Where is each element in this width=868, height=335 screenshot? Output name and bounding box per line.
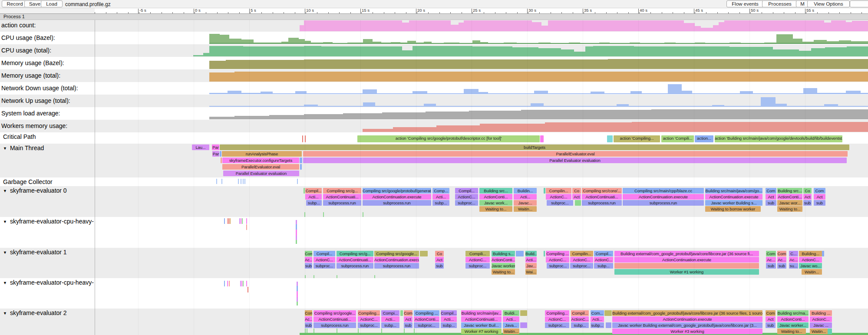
trace-event-bar[interactable]: Worker #7 working [461,328,502,334]
trace-event-bar[interactable]: Building src/main/jav... [461,310,502,316]
trace-event-bar[interactable]: Waiting to... [479,206,512,212]
trace-event-bar[interactable] [400,310,403,316]
trace-event-mark[interactable] [227,218,228,224]
trace-event-bar[interactable]: ActionC... [465,257,490,263]
record-button[interactable]: Record [2,0,28,7]
trace-event-bar[interactable]: Javac wo... [799,263,822,269]
trace-event-bar[interactable] [305,135,306,142]
trace-event-bar[interactable]: sub [766,322,776,328]
trace-event-bar[interactable]: ActionConti... [777,316,809,322]
thread-track-skyframe-evaluator-cpu-heavy-1[interactable] [95,217,868,248]
counter-chart-cpu-total[interactable] [95,44,868,57]
trace-event-bar[interactable]: Building src/main/java/com/go... [705,188,762,194]
trace-event-bar[interactable]: Act [572,194,581,200]
trace-event-bar[interactable]: C... [789,251,798,256]
trace-event-bar[interactable]: subp... [571,322,589,328]
trace-event-bar[interactable]: Ac... [305,257,312,263]
trace-event-bar[interactable]: Act [766,194,776,200]
trace-event-bar[interactable]: Javac ... [810,322,832,328]
trace-event-bar[interactable]: Waiting to... [777,328,806,334]
trace-event-bar[interactable] [575,200,581,206]
trace-event-bar[interactable]: action... [695,135,713,142]
trace-event-bar[interactable]: ActionC... [546,194,571,200]
trace-event-mark[interactable] [238,179,239,184]
trace-event-bar[interactable]: Parallel Evaluator evaluation [303,158,847,163]
thread-track-skyframe-evaluator-cpu-heavy-2[interactable] [95,278,868,309]
trace-event-bar[interactable]: buildTargets [220,145,849,150]
trace-event-bar[interactable]: subprocess.run [363,200,431,206]
trace-event-bar[interactable]: Compiling src/core/... [582,188,622,194]
trace-event-bar[interactable]: ActionContinuation.execute [612,316,762,322]
trace-event-mark[interactable] [337,275,337,278]
trace-event-bar[interactable]: sub [404,322,413,328]
expander-icon[interactable]: ▼ [3,146,7,151]
thread-label-skyframe-evaluator-1[interactable]: ▼skyframe-evaluator 1 [3,249,67,256]
trace-event-mark[interactable] [297,282,298,286]
trace-event-mark[interactable] [323,212,324,217]
trace-event-bar[interactable]: subp... [591,322,604,328]
trace-event-bar[interactable]: ActionContinuation.execute [374,257,419,263]
trace-event-mark[interactable] [297,179,298,184]
trace-event-bar[interactable]: Com [305,251,312,256]
trace-event-bar[interactable]: subproc... [358,322,380,328]
trace-event-mark[interactable] [248,287,248,292]
trace-event-bar[interactable]: subprocess.run [623,200,704,206]
trace-event-bar[interactable]: Com [777,251,786,256]
trace-event-bar[interactable] [516,251,524,256]
trace-event-bar[interactable]: Comp... [432,188,449,194]
thread-label-skyframe-evaluator-2[interactable]: ▼skyframe-evaluator 2 [3,309,67,316]
trace-event-bar[interactable] [520,322,527,328]
trace-event-bar[interactable]: Com [766,188,776,194]
trace-event-bar[interactable]: Building ... [810,310,832,316]
trace-event-bar[interactable]: Compili... [465,251,490,256]
trace-event-mark[interactable] [296,236,297,240]
expander-icon[interactable]: ▼ [3,311,7,315]
trace-event-bar[interactable]: ActionContinuati... [582,194,622,200]
trace-event-bar[interactable]: ActionConti... [777,194,802,200]
trace-event-mark[interactable] [241,281,242,286]
trace-event-bar[interactable]: Javac worker Buil... [461,322,502,328]
trace-event-bar[interactable]: su... [789,263,798,269]
trace-event-bar[interactable]: ActionConti... [414,316,439,322]
thread-label-skyframe-evaluator-cpu-heavy-2[interactable]: ▼skyframe-evaluator-cpu-heavy- [3,279,94,286]
process-header[interactable]: Process 1 [0,13,868,20]
trace-event-bar[interactable]: sub [777,263,786,269]
trace-event-mark[interactable] [243,281,244,286]
trace-event-bar[interactable]: Ac... [766,257,776,263]
trace-event-bar[interactable]: Wai... [525,269,537,275]
trace-event-bar[interactable]: subprocess.run [323,200,361,206]
trace-event-bar[interactable]: Waitin... [802,269,822,275]
trace-event-bar[interactable] [606,322,611,328]
trace-event-bar[interactable]: ActionC... [799,257,822,263]
trace-event-bar[interactable]: ActionConti... [492,257,515,263]
trace-event-bar[interactable]: sub [814,200,825,206]
trace-event-bar[interactable] [604,310,612,316]
thread-track-garbage-collector[interactable] [95,177,868,186]
expander-icon[interactable]: ▼ [3,281,7,285]
trace-event-bar[interactable]: Waitin... [503,328,519,334]
trace-event-bar[interactable] [544,251,545,256]
trace-event-bar[interactable]: Acti... [305,194,322,200]
trace-event-bar[interactable]: Co [435,251,444,256]
trace-event-bar[interactable]: Com [814,188,825,194]
trace-event-mark[interactable] [297,286,298,291]
trace-event-mark[interactable] [314,275,314,278]
counter-chart-net-down[interactable] [95,82,868,95]
trace-event-mark[interactable] [240,281,241,286]
thread-label-skyframe-evaluator-cpu-heavy-1[interactable]: ▼skyframe-evaluator-cpu-heavy- [3,218,94,225]
trace-event-bar[interactable] [822,251,824,256]
trace-event-bar[interactable]: subproc... [314,263,335,269]
trace-event-bar[interactable]: Com [766,310,776,316]
counter-chart-mem-bazel[interactable] [95,57,868,69]
trace-event-bar[interactable]: action 'Compiling... [614,135,660,142]
trace-event-bar[interactable]: Worker #3 working [612,328,762,334]
counter-chart-workers-mem[interactable] [95,120,868,132]
trace-event-bar[interactable]: sub [766,200,776,206]
trace-event-bar[interactable]: Acti... [514,194,537,200]
trace-event-bar[interactable]: Buildin... [514,188,537,194]
trace-event-bar[interactable] [614,263,759,269]
trace-event-bar[interactable]: Act [766,316,776,322]
thread-track-skyframe-evaluator-0[interactable]: Compil...Compiling src/g...Compiling src… [95,186,868,217]
trace-event-bar[interactable]: subproc... [465,263,490,269]
trace-event-mark[interactable] [229,281,230,286]
